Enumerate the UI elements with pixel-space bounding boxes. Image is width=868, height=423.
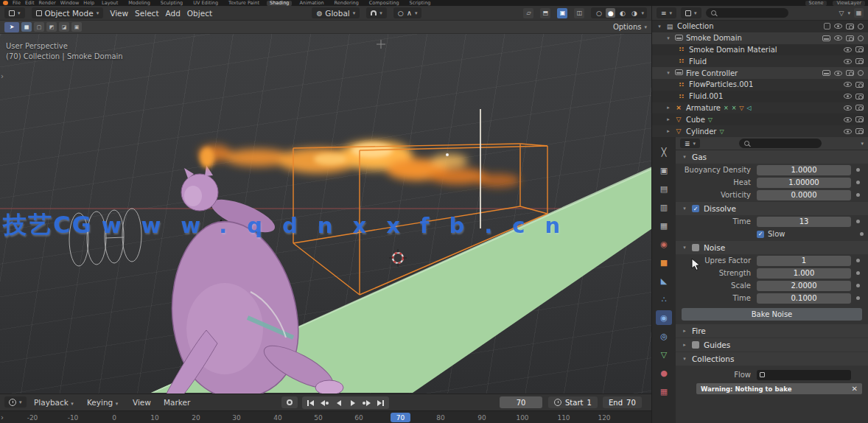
- panel-collections-header[interactable]: ▾Collections: [676, 352, 868, 366]
- outliner-row-fire-controller[interactable]: ▾ Fire Controller: [652, 67, 868, 79]
- active-tool-button[interactable]: ➤: [4, 22, 19, 32]
- vorticity-input[interactable]: 0.0000: [757, 190, 851, 200]
- shading-material-button[interactable]: ◐: [617, 8, 627, 18]
- current-frame-indicator[interactable]: 70: [391, 413, 410, 422]
- menu-view-timeline[interactable]: View: [133, 398, 151, 407]
- animate-dot[interactable]: [860, 232, 864, 236]
- noise-time-input[interactable]: 0.1000: [757, 293, 851, 304]
- disable-render-icon[interactable]: [855, 105, 864, 111]
- animate-dot[interactable]: [856, 181, 860, 184]
- tool-option-3[interactable]: ◩: [46, 22, 57, 32]
- strength-input[interactable]: 1.000: [757, 268, 851, 279]
- properties-search-input[interactable]: [739, 139, 822, 148]
- outliner-row-cube[interactable]: ▸ Cube ▽: [652, 113, 868, 125]
- disclosure-triangle[interactable]: ▸: [665, 128, 671, 134]
- dissolve-checkbox[interactable]: ✓: [692, 205, 699, 212]
- animate-dot[interactable]: [856, 296, 860, 300]
- disclosure-triangle[interactable]: ▾: [665, 35, 671, 41]
- hide-viewport-icon[interactable]: [844, 82, 852, 87]
- outliner-row-armature[interactable]: ▸ Armature × × ▽ ◁: [652, 102, 868, 114]
- menu-marker[interactable]: Marker: [164, 398, 190, 407]
- tab-view-layer[interactable]: [656, 200, 672, 214]
- menu-keying[interactable]: Keying ▾: [87, 398, 118, 407]
- display-mode-dropdown[interactable]: ▾: [681, 7, 701, 18]
- workspace-tab-scripting[interactable]: Scripting: [407, 1, 434, 6]
- view-layer-selector[interactable]: ViewLayer: [833, 1, 865, 6]
- disable-render-icon[interactable]: [846, 35, 854, 41]
- timeline-expand-arrow[interactable]: ›: [1, 413, 4, 422]
- workspace-tab-animation[interactable]: Animation: [296, 1, 326, 6]
- editor-type-button[interactable]: ▾: [4, 7, 25, 18]
- menu-edit[interactable]: Edit: [25, 1, 35, 6]
- dissolve-time-input[interactable]: 13: [757, 217, 851, 227]
- close-icon[interactable]: ✕: [852, 385, 858, 393]
- shading-rendered-button[interactable]: ◑: [629, 8, 639, 18]
- outliner-options-button[interactable]: ▦: [854, 8, 864, 18]
- menu-view[interactable]: View: [110, 9, 128, 18]
- disable-render-icon[interactable]: [855, 82, 864, 88]
- workspace-tab-shading-active[interactable]: Shading: [267, 1, 292, 6]
- disable-render-icon[interactable]: [855, 94, 864, 99]
- disable-render-icon[interactable]: [855, 46, 864, 52]
- disable-render-icon[interactable]: [846, 70, 854, 76]
- animate-dot[interactable]: [856, 259, 860, 262]
- noise-checkbox[interactable]: [692, 244, 699, 251]
- tab-material[interactable]: [656, 366, 672, 380]
- toolbar-expand-arrow[interactable]: ›: [1, 72, 4, 80]
- disable-render-icon[interactable]: [846, 24, 854, 29]
- workspace-tab-uv-editing[interactable]: UV Editing: [190, 1, 221, 6]
- panel-gas-header[interactable]: ▾Gas: [676, 150, 868, 164]
- tool-option-1[interactable]: ▦: [21, 22, 32, 32]
- frame-end-field[interactable]: End70: [603, 396, 642, 408]
- panel-dissolve-header[interactable]: ▾✓Dissolve: [676, 202, 868, 215]
- disclosure-triangle[interactable]: ▸: [665, 105, 671, 111]
- jump-to-start-button[interactable]: [304, 398, 317, 408]
- disclosure-triangle[interactable]: ▾: [657, 24, 662, 29]
- disclosure-triangle[interactable]: ▾: [665, 70, 671, 76]
- disclosure-triangle[interactable]: ▸: [665, 116, 671, 122]
- hide-viewport-icon[interactable]: [844, 129, 852, 134]
- tab-tool[interactable]: [656, 144, 672, 159]
- animate-dot[interactable]: [856, 193, 860, 197]
- workspace-tab-texture-paint[interactable]: Texture Paint: [225, 1, 262, 6]
- menu-file[interactable]: File: [13, 1, 21, 6]
- tab-object-data[interactable]: [656, 347, 672, 362]
- hide-viewport-icon[interactable]: [834, 24, 842, 29]
- hide-viewport-icon[interactable]: [834, 71, 842, 76]
- next-keyframe-button[interactable]: [360, 398, 373, 408]
- upres-factor-input[interactable]: 1: [757, 256, 851, 266]
- flow-collection-input[interactable]: [757, 370, 851, 380]
- buoyancy-density-input[interactable]: 1.0000: [757, 165, 851, 175]
- outliner-row-fluid[interactable]: Fluid: [652, 55, 868, 67]
- modifier-icon[interactable]: [822, 70, 830, 76]
- hide-viewport-icon[interactable]: [834, 35, 842, 41]
- workspace-tab-rendering[interactable]: Rendering: [332, 1, 362, 6]
- play-button[interactable]: [346, 398, 359, 408]
- tool-option-2[interactable]: ▢: [34, 22, 44, 32]
- heat-input[interactable]: 1.00000: [757, 178, 851, 188]
- holdout-icon[interactable]: [858, 35, 864, 41]
- menu-playback[interactable]: Playback ▾: [34, 398, 74, 407]
- tab-constraints[interactable]: [656, 329, 672, 343]
- frame-start-field[interactable]: Start1: [548, 396, 598, 408]
- animate-dot[interactable]: [856, 220, 860, 223]
- proportional-editing-toggle[interactable]: ○∧▾: [393, 7, 422, 18]
- menu-window[interactable]: Window: [60, 1, 80, 6]
- outliner-search-input[interactable]: [706, 8, 788, 18]
- exclude-checkbox[interactable]: [824, 23, 830, 29]
- properties-context-button[interactable]: ≣▾: [680, 139, 700, 148]
- outliner-row-cylinder[interactable]: ▸ Cylinder ▽: [652, 125, 868, 137]
- current-frame-field[interactable]: 70: [500, 396, 542, 408]
- tool-options-dropdown[interactable]: Options▾: [613, 23, 647, 31]
- disable-render-icon[interactable]: [855, 58, 864, 64]
- hide-viewport-icon[interactable]: [844, 117, 852, 122]
- tab-scene[interactable]: [656, 218, 672, 233]
- modifier-icon[interactable]: [822, 35, 830, 41]
- panel-guides-header[interactable]: ▸Guides: [676, 338, 868, 352]
- outliner-editor-type-button[interactable]: ≡▾: [657, 7, 676, 18]
- outliner-row-fluid-001[interactable]: Fluid.001: [652, 91, 868, 102]
- tab-particles[interactable]: [656, 292, 672, 307]
- scene-selector[interactable]: Scene: [805, 1, 827, 6]
- outliner-row-collection[interactable]: ▾ Collection: [652, 21, 868, 32]
- jump-to-end-button[interactable]: [374, 398, 387, 408]
